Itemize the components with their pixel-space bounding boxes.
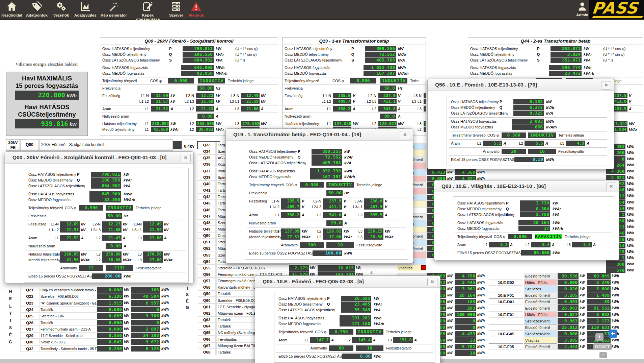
dialog-close-button[interactable]: ✖ — [606, 183, 616, 191]
dialog-close-button[interactable]: ✖ — [400, 131, 410, 139]
toolbar-item-server[interactable]: Szerver — [167, 0, 185, 19]
toolbar-item-label: Kezdőoldal — [1, 13, 22, 17]
row-desc: Tartalék — [39, 319, 97, 326]
category-cell: Elosztó főmérő — [524, 292, 557, 298]
dialog-title: Q03 . 10.E . Világítás . 10E-E12-13-10 .… — [441, 183, 546, 189]
lcd-value: 82.850 — [181, 71, 214, 76]
meter-row: Előző 15 perces ÖSSZ FOGYASZTÁS6.00kWh — [276, 354, 433, 359]
alarm-indicator — [421, 265, 426, 270]
toolbar-item-edit[interactable]: Képek szerkesztése — [130, 0, 166, 19]
unit-label: kWh — [344, 250, 363, 256]
toolbar-item-label: Adatpontok — [24, 13, 49, 17]
lcd-value: 110 631 — [587, 324, 611, 330]
row-id — [489, 318, 523, 324]
lcd-value: 5 600 — [587, 286, 611, 292]
lcd-value: 126.021 — [378, 121, 397, 126]
lcd-value: 50.00 — [326, 190, 343, 196]
phase-label: L1-L2 — [135, 99, 149, 104]
unit-label: kWh — [477, 292, 486, 298]
room-vertical-label: H — [7, 289, 14, 294]
phase-label: L1 — [317, 106, 331, 112]
field-label: Össz MEDDŐ fogyasztás — [457, 226, 514, 231]
unit-label: kWh — [627, 187, 637, 193]
toolbar-item-alarm[interactable]: Alarmok — [186, 0, 206, 19]
unit-label: kW — [124, 287, 131, 293]
room-vertical-label: L — [7, 304, 14, 309]
dialog-close-button[interactable]: ✖ — [601, 81, 611, 90]
unit-label: A — [593, 242, 602, 247]
quantity-symbol: Q — [534, 52, 542, 57]
meter-row: ÁramL121.52AL221.43AL321.86A — [100, 106, 278, 112]
dialog-titlebar[interactable]: Q03 . 10.E . Világítás . 10E-E12-13-10 .… — [434, 180, 619, 192]
row-id: 10.E-F05 — [489, 343, 523, 350]
unit-label: kWh — [161, 287, 171, 293]
unit-label: kW — [447, 311, 454, 318]
field-label: Össz HATÁSOS teljesítmény — [285, 46, 343, 51]
lcd-value: 21.86 — [143, 235, 163, 241]
reset-button[interactable]: RESET — [593, 343, 612, 350]
row-id: 10.E-F01 — [489, 292, 523, 298]
phase-label: L1 — [267, 234, 279, 240]
zoom-in-button[interactable]: + — [595, 333, 603, 341]
lcd-value: 100 998 — [455, 312, 476, 317]
meter-row: Össz MEDDŐ teljesítményQ23.485kVAr — [276, 301, 433, 307]
toolbar-item-gears[interactable]: Vezérlők — [51, 0, 72, 19]
category-cell: Elosztó főmérő — [524, 324, 557, 331]
lcd-value: 17 — [518, 226, 550, 231]
unit-label: kWh — [627, 180, 637, 187]
dialog-titlebar[interactable]: Q00 . 20kV Főmérő . Szolgáltatói kontrol… — [5, 152, 193, 164]
phase-label: L3 — [407, 121, 422, 126]
meter-row: Össz MEDDŐ teljesítményQ3.024kVAr(U * I … — [468, 52, 643, 57]
lcd-value: 38.06 — [102, 257, 122, 263]
unit-label: A — [587, 141, 596, 146]
back-button[interactable] — [609, 330, 617, 338]
lcd-value: 0.980 — [300, 182, 324, 188]
field-label: Előző 15 perces ÖSSZ FOGYASZTÁS — [451, 157, 518, 162]
room-vertical-label: I — [184, 286, 190, 291]
toolbar-item-tags[interactable]: Adatpontok — [24, 0, 49, 19]
lcd-value: 237.9 — [323, 198, 342, 204]
lcd-value: 0.845 — [97, 339, 123, 345]
quantity-symbol: S — [349, 57, 357, 63]
cos-phi-label: COS φ — [315, 329, 330, 335]
phase-label: L1-L2 — [267, 204, 279, 210]
meter-row: FeszültségL1-N235.5VL2-N237.9VL3-N236.0V — [247, 198, 406, 204]
lcd-value: 798.011 — [183, 46, 214, 51]
dialog-body: Össz HATÁSOS teljesítményP399.255kWÖssz … — [245, 145, 408, 260]
toolbar-item-wand[interactable]: Kép generátor — [100, 0, 128, 19]
meter-row: FeszültségL1-N12.69kVL2-N12.23kVL3-N12.4… — [26, 221, 186, 227]
field-group: Nullvezető áram99.0A — [247, 219, 406, 227]
lcd-value: 21.59 — [143, 227, 163, 233]
zoom-out-button[interactable]: − — [599, 352, 607, 358]
category-cell: Világítás — [524, 337, 557, 343]
meter-row: ÁramL15.2AL25.5AL34.9A — [449, 141, 607, 146]
lcd-value: 235.5 — [333, 93, 351, 98]
toolbar-item-chart[interactable]: Adatgyűjtés — [73, 0, 98, 19]
dialog-close-button[interactable]: ✖ — [427, 278, 437, 286]
field-label: Össz MEDDŐ teljesítmény — [102, 52, 160, 57]
lcd-value: 136.15 — [364, 228, 383, 234]
dialog-close-button[interactable]: ✖ — [181, 154, 191, 162]
toolbar-item-home[interactable]: Kezdőoldal — [1, 0, 22, 19]
unit-label: kW — [124, 293, 131, 299]
lcd-value: 2 173 — [587, 318, 611, 324]
meter-row: Teljesítmény tényezőCOS φ0.580INDUKTÍVTe… — [449, 132, 607, 138]
unit-label: kWh — [627, 230, 637, 236]
dialog-titlebar[interactable]: Q19 . 1. transzformátor betáp . FEO-Q19-… — [226, 129, 413, 141]
unit-label: kW — [553, 200, 571, 206]
unit-label: kWh — [477, 318, 486, 324]
phase-label: L3 — [129, 235, 142, 241]
dialog-title: Q00 . 20kV Főmérő . Szolgáltatói kontrol… — [12, 154, 167, 160]
dialog-titlebar[interactable]: Q56 . 10.E . Főmérő . 10E-E13-13-03 . [7… — [428, 79, 614, 91]
field-group: Frekvencia50.00Hz — [247, 189, 406, 197]
monthly-max-display: 220.000 kWh — [15, 91, 79, 100]
row-desc: 17.E Szerelde - Keleti oldal — [39, 332, 97, 339]
lcd-value: 352.071 — [551, 57, 582, 63]
lcd-value: 25.012 — [558, 324, 579, 330]
dialog-titlebar[interactable]: Q05 . 10.E . Főmérő . FEO-Q05-02-08 . [5… — [255, 276, 440, 288]
field-group: Össz HATÁSOS teljesítményP399.255kWÖssz … — [247, 148, 406, 167]
quantity-symbol: Q — [325, 301, 332, 307]
field-group: Össz HATÁSOS fogyasztás896 774kWhÖssz ME… — [468, 64, 643, 77]
phase-label: L2 — [362, 121, 376, 126]
lcd-value: 34 193 — [131, 333, 160, 338]
